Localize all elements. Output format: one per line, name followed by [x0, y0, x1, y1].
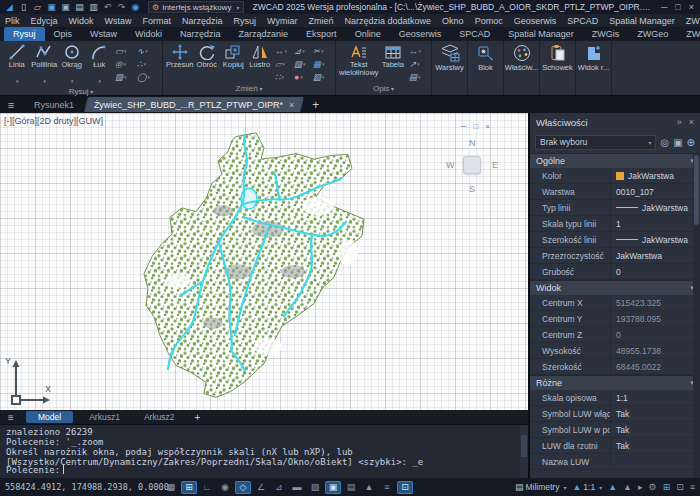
- redo-icon[interactable]: ↷: [116, 2, 127, 12]
- chevron-down-icon[interactable]: [448, 86, 451, 95]
- select-objects-icon[interactable]: ▣: [673, 137, 682, 148]
- menu-item[interactable]: Zmień: [309, 16, 334, 26]
- grid-display-toggle[interactable]: ▦: [163, 481, 179, 494]
- section-general[interactable]: Ogólne: [530, 153, 700, 168]
- ribbon-tab[interactable]: SPCAD: [450, 27, 499, 41]
- menu-item[interactable]: Wstaw: [105, 16, 132, 26]
- menu-item[interactable]: Geoserwis: [514, 16, 557, 26]
- hardware-acceleration-toggle[interactable]: ⊡: [397, 481, 413, 494]
- transparency-toggle[interactable]: ▧: [307, 481, 323, 494]
- zwcad-logo[interactable]: ◢: [4, 2, 15, 12]
- ribbon-tab[interactable]: Opis: [45, 27, 82, 41]
- properties-panel-button[interactable]: Właściw...: [504, 41, 540, 95]
- group-label-annotate[interactable]: Opis: [336, 84, 431, 95]
- paste-icon[interactable]: ▤: [409, 71, 426, 83]
- clipboard-panel-button[interactable]: Schowek: [540, 41, 576, 95]
- quick-select-icon[interactable]: ⊕: [687, 137, 695, 148]
- save-icon[interactable]: ▣: [46, 2, 57, 12]
- viewport-label[interactable]: [-][Góra][2D druty][GUW]: [4, 116, 103, 126]
- mirror-button[interactable]: Lustro: [247, 43, 274, 69]
- menu-item[interactable]: Wymiar: [267, 16, 297, 26]
- section-view[interactable]: Widok: [530, 280, 700, 295]
- fillet-icon[interactable]: ▨: [294, 58, 311, 70]
- open-file-icon[interactable]: ▱: [32, 2, 43, 12]
- line-button[interactable]: Linia: [3, 43, 31, 87]
- dynamic-input-toggle[interactable]: ▣: [325, 481, 341, 494]
- menu-item[interactable]: Narzędzia: [182, 16, 223, 26]
- erase-icon[interactable]: ●: [294, 71, 311, 83]
- panel-scrollbar[interactable]: [693, 153, 700, 478]
- ribbon-tab[interactable]: Narzędzia: [171, 27, 230, 41]
- selection-filter-toggle[interactable]: ≡: [379, 481, 395, 494]
- array-icon[interactable]: ▦: [313, 58, 330, 70]
- annotation-visibility-icon[interactable]: ▲: [608, 482, 617, 492]
- group-label-modify[interactable]: Zmień: [163, 84, 335, 95]
- ribbon-tab[interactable]: Zarządzanie: [230, 27, 298, 41]
- map-drawing[interactable]: [118, 131, 438, 403]
- undo-icon[interactable]: ↶: [102, 2, 113, 12]
- polar-tracking-toggle[interactable]: ◉: [217, 481, 233, 494]
- join-icon[interactable]: ▧: [313, 71, 330, 83]
- ribbon-tab[interactable]: ZWMaps: [677, 27, 700, 41]
- annotation-autoscale-icon[interactable]: ▲: [623, 482, 632, 492]
- menu-item[interactable]: Widok: [69, 16, 94, 26]
- viewport-close-icon[interactable]: ×: [485, 122, 490, 131]
- object-snap-tracking-toggle[interactable]: ⊿: [271, 481, 287, 494]
- close-panel-icon[interactable]: ×: [689, 117, 694, 127]
- doc-tab-drawing1[interactable]: Rysunek1: [22, 100, 86, 110]
- selection-preview-icon[interactable]: ▸: [638, 482, 643, 492]
- donut-icon[interactable]: ◯: [137, 71, 157, 83]
- hatch-icon[interactable]: ▨: [115, 71, 135, 83]
- dimension-icon[interactable]: ↔: [409, 45, 426, 57]
- trim-icon[interactable]: ✂: [313, 45, 330, 57]
- copy-button[interactable]: Kopiuj: [220, 43, 247, 69]
- point-icon[interactable]: ∴: [137, 58, 157, 70]
- ribbon-tab[interactable]: Rysuj: [4, 27, 45, 41]
- ribbon-tab[interactable]: Eksport: [297, 27, 346, 41]
- close-button[interactable]: ×: [689, 2, 694, 12]
- units-dropdown[interactable]: ▤ Milimetry: [515, 482, 567, 492]
- drawing-canvas[interactable]: [-][Góra][2D druty][GUW] ─□×: [0, 113, 528, 410]
- mtext-button[interactable]: Tekst wielołiniowy: [339, 43, 379, 76]
- publish-icon[interactable]: ▥: [88, 2, 99, 12]
- layers-panel-button[interactable]: Warstwy: [432, 41, 468, 95]
- clean-screen-icon[interactable]: ⊡: [676, 482, 684, 492]
- leader-icon[interactable]: ↗: [409, 58, 426, 70]
- ortho-mode-toggle[interactable]: ∟: [199, 481, 215, 494]
- compass-north[interactable]: N: [469, 138, 476, 148]
- viewport-minimize-icon[interactable]: ─: [461, 122, 467, 131]
- new-file-icon[interactable]: ▯: [18, 2, 29, 12]
- layout-tab[interactable]: Model: [26, 411, 73, 423]
- rotate-button[interactable]: Obróć: [194, 43, 221, 69]
- menu-item[interactable]: Edycja: [31, 16, 58, 26]
- workspace-switcher[interactable]: ⚙ Interfejs wstążkowy: [148, 1, 244, 13]
- menu-item[interactable]: Rysuj: [234, 16, 257, 26]
- menu-item[interactable]: Pomoc: [475, 16, 503, 26]
- arc-button[interactable]: Łuk: [86, 43, 114, 87]
- offset-icon[interactable]: ▱: [275, 58, 292, 70]
- viewport-restore-icon[interactable]: □: [473, 122, 478, 131]
- object-snap-toggle[interactable]: ◇: [235, 481, 251, 494]
- menu-item[interactable]: Narzędzia dodatkowe: [345, 16, 432, 26]
- layout-menu-icon[interactable]: ≡: [0, 412, 22, 423]
- angle-snap-toggle[interactable]: ∠: [253, 481, 269, 494]
- revision-cloud-icon[interactable]: ∿: [137, 45, 157, 57]
- plot-icon[interactable]: ▤: [74, 2, 85, 12]
- menu-item[interactable]: Spatial Manager: [609, 16, 675, 26]
- menu-item[interactable]: Plik: [5, 16, 20, 26]
- close-tab-icon[interactable]: ×: [289, 100, 294, 110]
- save-as-icon[interactable]: ▣: [60, 2, 71, 12]
- isolate-objects-icon[interactable]: ⊞: [663, 482, 671, 492]
- section-misc[interactable]: Różne: [530, 375, 700, 390]
- compass-east[interactable]: E: [492, 160, 498, 170]
- command-input[interactable]: Polecenie:: [6, 465, 64, 475]
- navigation-compass[interactable]: N W E S: [444, 138, 500, 194]
- auto-hide-icon[interactable]: »: [677, 117, 682, 127]
- group-label-draw[interactable]: Rysuj: [0, 87, 162, 97]
- view-cube[interactable]: [463, 156, 481, 174]
- chevron-down-icon[interactable]: [520, 86, 523, 95]
- rectangle-icon[interactable]: ▭: [115, 45, 135, 57]
- layout-tab[interactable]: Arkusz1: [77, 411, 132, 423]
- compass-south[interactable]: S: [469, 184, 475, 194]
- move-button[interactable]: Przesuń: [166, 43, 194, 69]
